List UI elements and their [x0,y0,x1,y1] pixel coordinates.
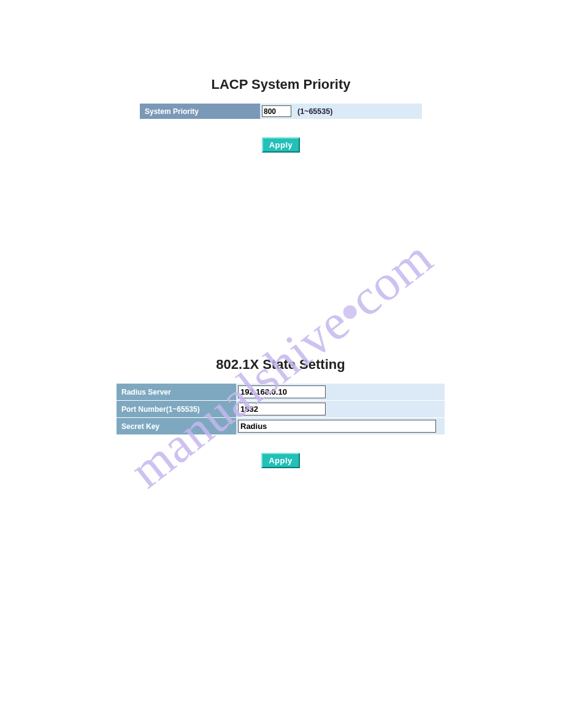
lacp-row: System Priority (1~65535) [140,104,422,119]
radius-server-label: Radius Server [117,384,236,400]
lacp-panel: LACP System Priority System Priority (1~… [140,77,422,153]
radius-panel: 802.1X State Setting Radius Server Port … [117,357,445,468]
port-number-row: Port Number(1~65535) [117,401,445,417]
lacp-range-hint: (1~65535) [297,107,332,116]
secret-key-input[interactable] [238,420,436,433]
lacp-field-value-cell: (1~65535) [260,104,422,119]
lacp-apply-button[interactable]: Apply [262,137,301,153]
secret-key-label: Secret Key [117,418,236,434]
radius-apply-wrap: Apply [117,453,445,468]
radius-server-value-cell [236,384,445,400]
radius-apply-button[interactable]: Apply [261,453,300,468]
lacp-apply-wrap: Apply [140,137,422,153]
port-number-value-cell [236,401,445,417]
radius-title: 802.1X State Setting [117,357,445,373]
lacp-title: LACP System Priority [140,77,422,93]
radius-table: Radius Server Port Number(1~65535) Secre… [117,384,445,434]
lacp-field-label: System Priority [140,104,260,119]
secret-key-value-cell [236,418,445,434]
port-number-label: Port Number(1~65535) [117,401,236,417]
secret-key-row: Secret Key [117,418,445,434]
system-priority-input[interactable] [262,105,291,117]
port-number-input[interactable] [238,403,326,415]
radius-server-row: Radius Server [117,384,445,400]
radius-server-input[interactable] [238,385,326,398]
